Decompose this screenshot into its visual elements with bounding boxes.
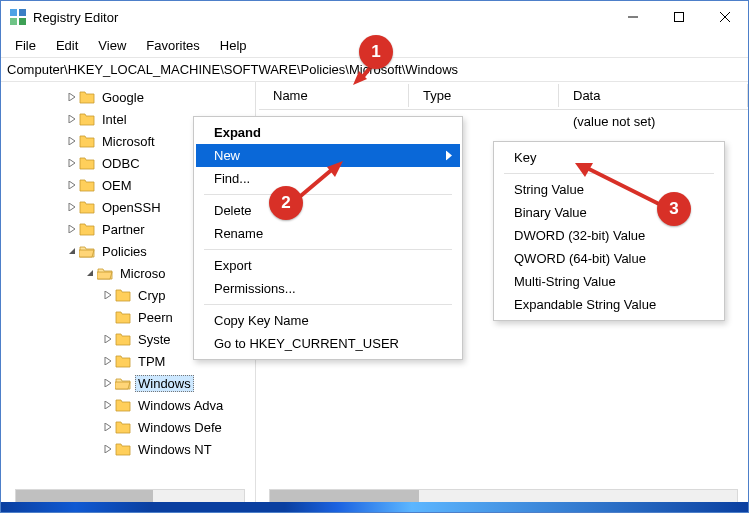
close-button[interactable] — [702, 1, 748, 33]
folder-icon — [115, 288, 131, 302]
tree-item-label: ODBC — [99, 156, 143, 171]
tree-item-label: Windows — [135, 375, 194, 392]
new-string-value[interactable]: String Value — [496, 178, 722, 201]
new-dword-value[interactable]: DWORD (32-bit) Value — [496, 224, 722, 247]
tree-item-label: Windows NT — [135, 442, 215, 457]
folder-icon — [97, 266, 113, 280]
chevron-right-icon[interactable] — [65, 203, 79, 211]
menu-edit[interactable]: Edit — [46, 36, 88, 55]
chevron-right-icon[interactable] — [101, 335, 115, 343]
folder-icon — [115, 376, 131, 390]
cell-data: (value not set) — [559, 114, 748, 129]
list-header: Name Type Data — [259, 82, 748, 110]
folder-icon — [115, 420, 131, 434]
maximize-button[interactable] — [656, 1, 702, 33]
folder-icon — [115, 310, 131, 324]
taskbar-strip — [1, 502, 748, 512]
chevron-right-icon[interactable] — [101, 379, 115, 387]
tree-item-label: OpenSSH — [99, 200, 164, 215]
context-menu: Expand New Find... Delete Rename Export … — [193, 116, 463, 360]
chevron-right-icon[interactable] — [65, 159, 79, 167]
chevron-right-icon[interactable] — [65, 115, 79, 123]
svg-rect-0 — [10, 9, 17, 16]
new-multi-string-value[interactable]: Multi-String Value — [496, 270, 722, 293]
ctx-divider — [204, 249, 452, 250]
menu-view[interactable]: View — [88, 36, 136, 55]
tree-item[interactable]: Google — [1, 86, 255, 108]
new-qword-value[interactable]: QWORD (64-bit) Value — [496, 247, 722, 270]
folder-icon — [115, 332, 131, 346]
ctx-export[interactable]: Export — [196, 254, 460, 277]
window-controls — [610, 1, 748, 33]
ctx-permissions[interactable]: Permissions... — [196, 277, 460, 300]
scrollbar-thumb[interactable] — [270, 490, 419, 502]
scrollbar-thumb[interactable] — [16, 490, 153, 502]
chevron-right-icon[interactable] — [101, 291, 115, 299]
folder-icon — [115, 398, 131, 412]
folder-icon — [115, 442, 131, 456]
new-expandable-string-value[interactable]: Expandable String Value — [496, 293, 722, 316]
chevron-right-icon[interactable] — [101, 423, 115, 431]
chevron-right-icon[interactable] — [101, 357, 115, 365]
ctx-find[interactable]: Find... — [196, 167, 460, 190]
minimize-button[interactable] — [610, 1, 656, 33]
ctx-delete[interactable]: Delete — [196, 199, 460, 222]
chevron-down-icon[interactable] — [83, 269, 97, 277]
folder-icon — [79, 222, 95, 236]
chevron-right-icon[interactable] — [101, 401, 115, 409]
folder-icon — [79, 178, 95, 192]
ctx-copy-key-name[interactable]: Copy Key Name — [196, 309, 460, 332]
tree-item-label: Intel — [99, 112, 130, 127]
tree-item-label: TPM — [135, 354, 168, 369]
ctx-divider — [504, 173, 714, 174]
col-header-data[interactable]: Data — [559, 84, 748, 107]
svg-rect-2 — [10, 18, 17, 25]
tree-item-label: Partner — [99, 222, 148, 237]
callout-1: 1 — [359, 35, 393, 69]
folder-icon — [79, 134, 95, 148]
context-submenu-new: Key String Value Binary Value DWORD (32-… — [493, 141, 725, 321]
tree-item-label: Peern — [135, 310, 176, 325]
folder-icon — [79, 112, 95, 126]
col-header-name[interactable]: Name — [259, 84, 409, 107]
ctx-divider — [204, 304, 452, 305]
tree-item[interactable]: Windows Defe — [1, 416, 255, 438]
tree-item[interactable]: Windows — [1, 372, 255, 394]
titlebar: Registry Editor — [1, 1, 748, 33]
chevron-right-icon — [446, 148, 452, 163]
tree-item[interactable]: Windows Adva — [1, 394, 255, 416]
address-text: Computer\HKEY_LOCAL_MACHINE\SOFTWARE\Pol… — [7, 62, 458, 77]
folder-icon — [79, 156, 95, 170]
chevron-down-icon[interactable] — [65, 247, 79, 255]
chevron-right-icon[interactable] — [65, 137, 79, 145]
new-key[interactable]: Key — [496, 146, 722, 169]
tree-item-label: Windows Adva — [135, 398, 226, 413]
svg-rect-1 — [19, 9, 26, 16]
ctx-rename[interactable]: Rename — [196, 222, 460, 245]
tree-item-label: OEM — [99, 178, 135, 193]
list-horizontal-scrollbar[interactable] — [269, 489, 738, 503]
app-icon — [9, 8, 27, 26]
tree-item-label: Cryp — [135, 288, 168, 303]
chevron-right-icon[interactable] — [65, 225, 79, 233]
ctx-goto-hkcu[interactable]: Go to HKEY_CURRENT_USER — [196, 332, 460, 355]
chevron-right-icon[interactable] — [101, 445, 115, 453]
ctx-new[interactable]: New — [196, 144, 460, 167]
registry-editor-window: Registry Editor File Edit View Favorites… — [0, 0, 749, 513]
menu-help[interactable]: Help — [210, 36, 257, 55]
menu-favorites[interactable]: Favorites — [136, 36, 209, 55]
ctx-new-label: New — [214, 148, 240, 163]
ctx-expand[interactable]: Expand — [196, 121, 460, 144]
tree-item-label: Syste — [135, 332, 174, 347]
svg-rect-5 — [675, 13, 684, 22]
ctx-divider — [204, 194, 452, 195]
tree-item[interactable]: Windows NT — [1, 438, 255, 460]
menu-file[interactable]: File — [5, 36, 46, 55]
chevron-right-icon[interactable] — [65, 93, 79, 101]
tree-item-label: Google — [99, 90, 147, 105]
tree-horizontal-scrollbar[interactable] — [15, 489, 245, 503]
svg-rect-3 — [19, 18, 26, 25]
chevron-right-icon[interactable] — [65, 181, 79, 189]
col-header-type[interactable]: Type — [409, 84, 559, 107]
folder-icon — [79, 244, 95, 258]
